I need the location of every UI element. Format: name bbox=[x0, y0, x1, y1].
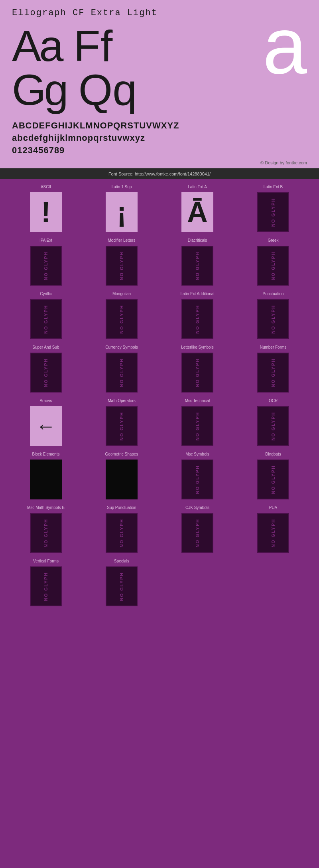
no-glyph-box-suppunctuation: NO GLYPH bbox=[106, 513, 138, 553]
glyph-box-arrows: ← bbox=[30, 406, 62, 446]
glyph-char-exclaim: ! bbox=[41, 198, 51, 227]
letter-ff: Ff bbox=[74, 24, 113, 68]
no-glyph-box-modletters: NO GLYPH bbox=[106, 246, 138, 286]
glyph-box-ascii: ! bbox=[30, 192, 62, 232]
no-glyph-text-4: NO GLYPH bbox=[195, 251, 200, 280]
glyph-cell-msctechnical: Msc Technical NO GLYPH bbox=[160, 397, 235, 450]
no-glyph-text-8: NO GLYPH bbox=[195, 305, 200, 333]
label-arrows: Arrows bbox=[39, 398, 52, 404]
label-modletters: Modifier Letters bbox=[108, 238, 136, 244]
font-preview-section: Ellograph CF Extra Light Aa Ff a Gg Qq bbox=[0, 0, 319, 116]
no-glyph-box-specials: NO GLYPH bbox=[106, 566, 138, 606]
no-glyph-text-15: NO GLYPH bbox=[195, 412, 200, 440]
font-source-text: Font Source: http://www.fontke.com/font/… bbox=[108, 172, 211, 176]
label-verticalforms: Vertical Forms bbox=[33, 559, 59, 564]
label-geometricshapes: Geometric Shapes bbox=[105, 452, 138, 458]
letter-qq: Qq bbox=[79, 68, 137, 112]
glyph-cell-superandsub: Super And Sub NO GLYPH bbox=[8, 343, 84, 397]
copyright-section: © Design by fontke.com bbox=[0, 158, 319, 168]
no-glyph-text-13: NO GLYPH bbox=[271, 358, 276, 387]
label-latinexta: Latin Ext A bbox=[188, 185, 207, 190]
no-glyph-text-16: NO GLYPH bbox=[271, 412, 276, 440]
label-ipaext: IPA Ext bbox=[39, 238, 52, 244]
no-glyph-box-letterlikesymbols: NO GLYPH bbox=[181, 353, 213, 393]
label-numberforms: Number Forms bbox=[260, 345, 287, 351]
glyph-cell-empty-2 bbox=[235, 557, 311, 610]
glyph-cell-suppunctuation: Sup Punctuation NO GLYPH bbox=[84, 503, 160, 557]
glyph-cell-numberforms: Number Forms NO GLYPH bbox=[235, 343, 311, 397]
no-glyph-box-verticalforms: NO GLYPH bbox=[30, 566, 62, 606]
no-glyph-text-10: NO GLYPH bbox=[43, 358, 48, 387]
letter-row-1: Aa Ff a bbox=[12, 24, 307, 68]
no-glyph-text-12: NO GLYPH bbox=[195, 358, 200, 387]
no-glyph-text-20: NO GLYPH bbox=[119, 519, 124, 547]
no-glyph-box-greek: NO GLYPH bbox=[257, 246, 289, 286]
label-currencysymbols: Currency Symbols bbox=[105, 345, 138, 351]
glyph-row-7: Msc Math Symbols B NO GLYPH Sup Punctuat… bbox=[8, 503, 311, 557]
no-glyph-text-24: NO GLYPH bbox=[119, 572, 124, 601]
label-cjksymbols: CJK Symbols bbox=[185, 505, 209, 511]
glyph-cell-greek: Greek NO GLYPH bbox=[235, 236, 311, 290]
no-glyph-text-2: NO GLYPH bbox=[43, 251, 48, 280]
label-punctuation: Punctuation bbox=[263, 292, 284, 297]
label-superandsub: Super And Sub bbox=[32, 345, 59, 351]
no-glyph-text-22: NO GLYPH bbox=[271, 519, 276, 547]
label-mscmathsymbolsb: Msc Math Symbols B bbox=[27, 505, 65, 511]
no-glyph-text-11: NO GLYPH bbox=[119, 358, 124, 387]
glyph-cell-cyrillic: Cyrillic NO GLYPH bbox=[8, 290, 84, 343]
label-pua: PUA bbox=[269, 505, 278, 511]
glyph-box-blockelements bbox=[30, 460, 62, 499]
label-mongolian: Mongolian bbox=[112, 292, 131, 297]
glyph-row-1: ASCII ! Latin 1 Sup ¡ Latin Ext A Ā Lati… bbox=[8, 183, 311, 236]
no-glyph-box-dingbats: NO GLYPH bbox=[257, 460, 289, 499]
no-glyph-box-mscmathsymbolsb: NO GLYPH bbox=[30, 513, 62, 553]
no-glyph-text-23: NO GLYPH bbox=[43, 572, 48, 601]
glyph-box-latinexta: Ā bbox=[181, 192, 213, 232]
glyph-cell-blockelements: Block Elements bbox=[8, 450, 84, 503]
glyph-cell-geometricshapes: Geometric Shapes bbox=[84, 450, 160, 503]
no-glyph-text-17: NO GLYPH bbox=[195, 465, 200, 494]
label-mscsymbols: Msc Symbols bbox=[185, 452, 209, 458]
no-glyph-box-latinextb: NO GLYPH bbox=[257, 192, 289, 232]
glyph-cell-ascii: ASCII ! bbox=[8, 183, 84, 236]
no-glyph-box-msctechnical: NO GLYPH bbox=[181, 406, 213, 446]
label-ascii: ASCII bbox=[41, 185, 51, 190]
no-glyph-text-7: NO GLYPH bbox=[119, 305, 124, 333]
no-glyph-text: NO GLYPH bbox=[271, 198, 276, 227]
glyph-cell-dingbats: Dingbats NO GLYPH bbox=[235, 450, 311, 503]
no-glyph-box-mscsymbols: NO GLYPH bbox=[181, 460, 213, 499]
glyph-cell-latinexta: Latin Ext A Ā bbox=[160, 183, 235, 236]
glyph-cell-latin1sup: Latin 1 Sup ¡ bbox=[84, 183, 160, 236]
glyph-cell-latinextadd: Latin Ext Additional NO GLYPH bbox=[160, 290, 235, 343]
no-glyph-box-ipaext: NO GLYPH bbox=[30, 246, 62, 286]
glyph-box-geometricshapes bbox=[106, 460, 138, 499]
label-latin1sup: Latin 1 Sup bbox=[112, 185, 132, 190]
glyph-cell-mscsymbols: Msc Symbols NO GLYPH bbox=[160, 450, 235, 503]
alphabet-upper: ABCDEFGHIJKLMNOPQRSTUVWXYZ bbox=[12, 120, 307, 132]
glyph-cell-mathoperators: Math Operators NO GLYPH bbox=[84, 397, 160, 450]
no-glyph-box-mathoperators: NO GLYPH bbox=[106, 406, 138, 446]
glyph-cell-letterlikesymbols: Letterlike Symbols NO GLYPH bbox=[160, 343, 235, 397]
no-glyph-text-6: NO GLYPH bbox=[43, 305, 48, 333]
glyph-row-3: Cyrillic NO GLYPH Mongolian NO GLYPH Lat… bbox=[8, 290, 311, 343]
no-glyph-text-14: NO GLYPH bbox=[119, 412, 124, 440]
label-blockelements: Block Elements bbox=[32, 452, 60, 458]
glyph-cell-verticalforms: Vertical Forms NO GLYPH bbox=[8, 557, 84, 610]
no-glyph-box-numberforms: NO GLYPH bbox=[257, 353, 289, 393]
digits: 0123456789 bbox=[12, 144, 307, 157]
glyph-char-inv-exclaim: ¡ bbox=[117, 198, 126, 227]
glyph-cell-latinextb: Latin Ext B NO GLYPH bbox=[235, 183, 311, 236]
alphabet-lower: abcdefghijklmnopqrstuvwxyz bbox=[12, 132, 307, 144]
glyph-cell-mscmathsymbolsb: Msc Math Symbols B NO GLYPH bbox=[8, 503, 84, 557]
glyph-row-4: Super And Sub NO GLYPH Currency Symbols … bbox=[8, 343, 311, 397]
no-glyph-text-9: NO GLYPH bbox=[271, 305, 276, 333]
label-diacriticals: Diacriticals bbox=[188, 238, 207, 244]
no-glyph-text-3: NO GLYPH bbox=[119, 251, 124, 280]
no-glyph-box-pua: NO GLYPH bbox=[257, 513, 289, 553]
no-glyph-text-19: NO GLYPH bbox=[43, 519, 48, 547]
no-glyph-box-punctuation: NO GLYPH bbox=[257, 299, 289, 339]
glyph-row-8: Vertical Forms NO GLYPH Specials NO GLYP… bbox=[8, 557, 311, 610]
glyph-cell-ocr: OCR NO GLYPH bbox=[235, 397, 311, 450]
no-glyph-text-21: NO GLYPH bbox=[195, 519, 200, 547]
label-msctechnical: Msc Technical bbox=[185, 398, 210, 404]
